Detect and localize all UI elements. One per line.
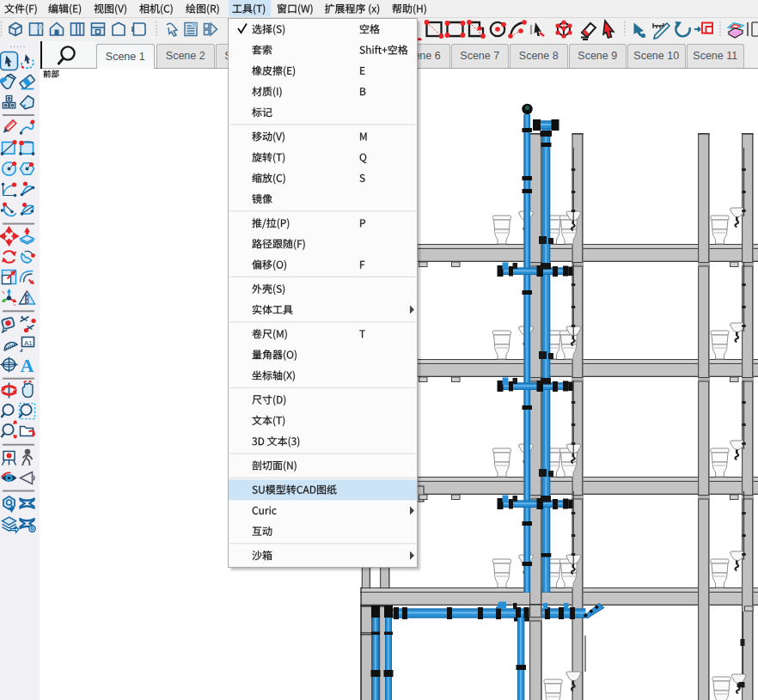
- svg-text:A1: A1: [24, 339, 33, 347]
- svg-text:A: A: [21, 355, 34, 376]
